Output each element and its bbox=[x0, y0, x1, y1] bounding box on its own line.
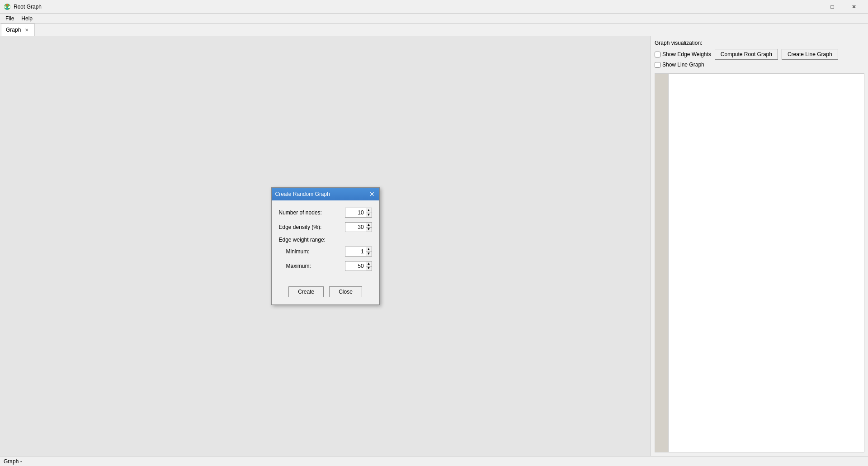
checkbox-row-2: Show Line Graph bbox=[655, 62, 864, 68]
minimize-button[interactable]: ─ bbox=[800, 2, 821, 11]
create-button[interactable]: Create bbox=[288, 286, 324, 297]
minimum-spinbox-buttons: ▲ ▼ bbox=[366, 247, 372, 256]
dialog-title: Create Random Graph bbox=[275, 191, 330, 197]
menu-help[interactable]: Help bbox=[18, 14, 36, 23]
tab-graph-label: Graph bbox=[6, 27, 21, 33]
title-bar-controls: ─ □ ✕ bbox=[800, 2, 864, 11]
dialog-footer: Create Close bbox=[272, 283, 379, 304]
svg-point-4 bbox=[6, 4, 8, 6]
visualization-label: Graph visualization: bbox=[655, 40, 864, 46]
create-random-graph-dialog: Create Random Graph ✕ Number of nodes: ▲… bbox=[271, 187, 380, 305]
dialog-titlebar: Create Random Graph ✕ bbox=[272, 188, 379, 200]
close-button[interactable]: ✕ bbox=[844, 2, 864, 11]
nodes-spinbox[interactable]: ▲ ▼ bbox=[345, 208, 372, 218]
maximum-spinbox-buttons: ▲ ▼ bbox=[366, 262, 372, 271]
modal-overlay: Create Random Graph ✕ Number of nodes: ▲… bbox=[0, 36, 651, 456]
edge-density-up-button[interactable]: ▲ bbox=[366, 223, 372, 227]
nodes-label: Number of nodes: bbox=[279, 209, 322, 216]
show-line-graph-checkbox[interactable] bbox=[655, 62, 660, 68]
minimum-up-button[interactable]: ▲ bbox=[366, 247, 372, 252]
status-text: Graph - bbox=[4, 458, 22, 465]
maximum-row: Maximum: ▲ ▼ bbox=[279, 261, 372, 271]
app-icon bbox=[4, 3, 11, 10]
edge-density-input[interactable] bbox=[345, 224, 366, 230]
minimum-row: Minimum: ▲ ▼ bbox=[279, 247, 372, 257]
menu-file[interactable]: File bbox=[2, 14, 18, 23]
maximum-up-button[interactable]: ▲ bbox=[366, 262, 372, 266]
panel-canvas bbox=[669, 74, 864, 452]
show-edge-weights-checkbox-label[interactable]: Show Edge Weights bbox=[655, 51, 711, 57]
nodes-spinbox-buttons: ▲ ▼ bbox=[366, 208, 372, 217]
show-line-graph-checkbox-label[interactable]: Show Line Graph bbox=[655, 62, 704, 68]
graph-visualization-section: Graph visualization: Show Edge Weights C… bbox=[655, 40, 864, 70]
tab-graph-close[interactable]: ✕ bbox=[24, 27, 30, 33]
nodes-row: Number of nodes: ▲ ▼ bbox=[279, 208, 372, 218]
nodes-up-button[interactable]: ▲ bbox=[366, 208, 372, 213]
minimum-input[interactable] bbox=[345, 248, 366, 255]
edge-density-spinbox-buttons: ▲ ▼ bbox=[366, 223, 372, 232]
maximum-spinbox[interactable]: ▲ ▼ bbox=[345, 261, 372, 271]
create-line-graph-button[interactable]: Create Line Graph bbox=[782, 49, 838, 60]
show-line-graph-label: Show Line Graph bbox=[662, 62, 704, 68]
tab-bar: Graph ✕ bbox=[0, 24, 868, 36]
panel-sidebar-narrow bbox=[655, 74, 669, 452]
title-bar-left: Root Graph bbox=[4, 3, 42, 10]
edge-density-label: Edge density (%): bbox=[279, 224, 322, 230]
edge-density-spinbox[interactable]: ▲ ▼ bbox=[345, 222, 372, 232]
maximize-button[interactable]: □ bbox=[822, 2, 843, 11]
menu-bar: File Help bbox=[0, 14, 868, 24]
maximum-label: Maximum: bbox=[286, 263, 311, 269]
checkbox-row-1: Show Edge Weights Compute Root Graph Cre… bbox=[655, 49, 864, 60]
show-edge-weights-label: Show Edge Weights bbox=[662, 51, 711, 57]
compute-root-graph-button[interactable]: Compute Root Graph bbox=[715, 49, 778, 60]
right-panel: Graph visualization: Show Edge Weights C… bbox=[651, 36, 868, 456]
show-edge-weights-checkbox[interactable] bbox=[655, 52, 660, 57]
minimum-down-button[interactable]: ▼ bbox=[366, 252, 372, 257]
minimum-spinbox[interactable]: ▲ ▼ bbox=[345, 247, 372, 257]
nodes-input[interactable] bbox=[345, 209, 366, 216]
svg-point-5 bbox=[6, 8, 8, 10]
status-bar: Graph - bbox=[0, 456, 868, 466]
edge-weight-range-section: Edge weight range: Minimum: ▲ ▼ bbox=[279, 237, 372, 271]
dialog-close-x-button[interactable]: ✕ bbox=[368, 190, 376, 198]
panel-visualization-area bbox=[655, 73, 864, 452]
minimum-label: Minimum: bbox=[286, 248, 310, 255]
canvas-area: Create Random Graph ✕ Number of nodes: ▲… bbox=[0, 36, 651, 456]
app-title: Root Graph bbox=[14, 4, 42, 10]
edge-density-down-button[interactable]: ▼ bbox=[366, 227, 372, 232]
tab-graph[interactable]: Graph ✕ bbox=[1, 24, 35, 36]
dialog-body: Number of nodes: ▲ ▼ Edge density (%): bbox=[272, 200, 379, 283]
maximum-input[interactable] bbox=[345, 263, 366, 269]
edge-density-row: Edge density (%): ▲ ▼ bbox=[279, 222, 372, 232]
main-content: Create Random Graph ✕ Number of nodes: ▲… bbox=[0, 36, 868, 456]
close-button[interactable]: Close bbox=[329, 286, 362, 297]
nodes-down-button[interactable]: ▼ bbox=[366, 213, 372, 218]
title-bar: Root Graph ─ □ ✕ bbox=[0, 0, 868, 14]
maximum-down-button[interactable]: ▼ bbox=[366, 266, 372, 271]
edge-weight-range-label: Edge weight range: bbox=[279, 237, 372, 243]
